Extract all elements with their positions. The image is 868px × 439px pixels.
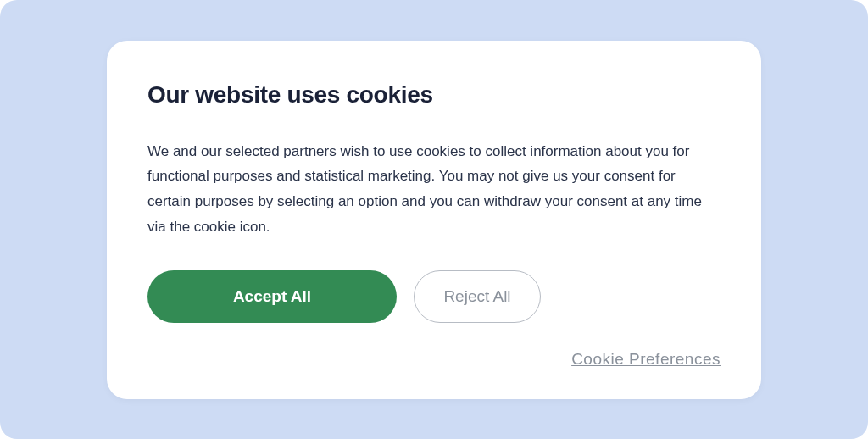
button-row: Accept All Reject All xyxy=(147,270,721,323)
reject-all-button[interactable]: Reject All xyxy=(414,270,541,323)
cookie-consent-dialog: Our website uses cookies We and our sele… xyxy=(107,41,761,399)
accept-all-button[interactable]: Accept All xyxy=(147,270,397,323)
page-backdrop: Our website uses cookies We and our sele… xyxy=(0,0,868,439)
preferences-row: Cookie Preferences xyxy=(147,350,721,369)
cookie-preferences-link[interactable]: Cookie Preferences xyxy=(571,350,721,369)
dialog-body: We and our selected partners wish to use… xyxy=(147,139,721,240)
dialog-title: Our website uses cookies xyxy=(147,81,721,108)
